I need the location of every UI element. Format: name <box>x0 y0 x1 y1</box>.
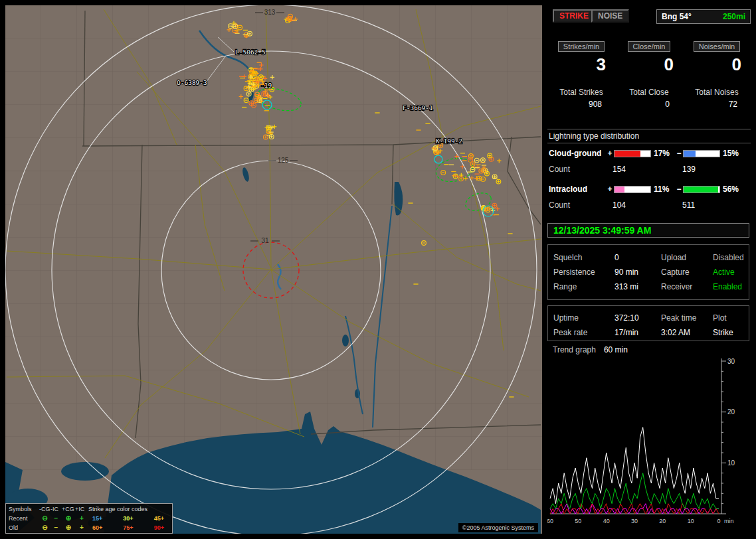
ic-negative-count: 511 <box>682 200 749 210</box>
settings-row: Range 313 mi Receiver Enabled <box>553 279 743 294</box>
count-label: Count <box>549 200 613 210</box>
upload-label: Upload <box>661 253 713 262</box>
svg-text:K-199-2: K-199-2 <box>436 137 462 145</box>
total-strikes-label: Total Strikes <box>547 88 615 97</box>
cloud-ground-label: Cloud-ground <box>549 149 606 158</box>
total-strikes-value: 908 <box>547 100 615 109</box>
svg-text:30: 30 <box>631 518 638 524</box>
legend-symbol: ⊖ <box>39 523 50 532</box>
distribution-title: Lightning type distribution <box>547 129 751 143</box>
legend-row-label: Old <box>9 523 39 532</box>
legend-symbol: ⊕ <box>62 523 75 532</box>
svg-text:10: 10 <box>727 459 735 467</box>
svg-text:O-6389-3: O-6389-3 <box>177 79 207 86</box>
session-stats-box: Uptime 372:10 Peak time Plot Peak rate 1… <box>547 305 749 341</box>
legend-symbol: ⊖ <box>39 514 50 523</box>
receiver-status: Enabled <box>713 282 743 291</box>
ic-negative-bar <box>683 186 720 193</box>
peak-time-label: Peak time <box>661 313 713 323</box>
app-window: 31312531 L-5062-5O-6389-3-19F-3669-1K-19… <box>0 0 756 539</box>
total-noises-value: 72 <box>683 100 751 109</box>
ic-negative-percent: 56% <box>720 185 747 194</box>
svg-text:313: 313 <box>264 9 276 16</box>
plot-label: Plot <box>713 313 743 323</box>
cg-negative-percent: 15% <box>720 149 747 158</box>
settings-row: Persistence 90 min Capture Active <box>553 265 743 279</box>
map-legend: Symbols -CG -IC +CG +IC Strike age color… <box>5 503 173 534</box>
svg-text:0: 0 <box>717 518 720 524</box>
svg-text:20: 20 <box>727 408 735 416</box>
legend-symbol: − <box>50 523 62 532</box>
trend-window-value: 60 min <box>604 345 628 354</box>
totals-value-row: 908 0 72 <box>547 100 751 109</box>
bearing-value: Bng 54° <box>662 12 692 21</box>
strikes-per-min-value: 3 <box>547 54 615 75</box>
svg-text:50: 50 <box>575 518 581 524</box>
total-noises-label: Total Noises <box>683 88 751 97</box>
svg-text:F-3669-1: F-3669-1 <box>403 104 433 112</box>
intracloud-label: Intracloud <box>549 185 606 194</box>
strikes-per-min-button[interactable]: Strikes/min <box>558 41 605 52</box>
intracloud-row: Intracloud + 11% − 56% <box>549 185 749 194</box>
trend-graph: 1020306050403020100min <box>547 356 751 531</box>
count-label: Count <box>549 165 613 174</box>
intracloud-count-row: Count 104 511 <box>549 200 749 210</box>
minus-sign: − <box>675 149 683 158</box>
persistence-value: 90 min <box>614 268 661 277</box>
cg-negative-count: 139 <box>682 165 749 174</box>
noises-per-min-button[interactable]: Noises/min <box>694 41 740 52</box>
legend-symbol: + <box>75 514 88 523</box>
bearing-range-display: Bng 54° 250mi <box>656 9 751 24</box>
trend-header: Trend graph 60 min <box>553 345 628 354</box>
cg-positive-count: 154 <box>613 165 682 174</box>
cg-negative-bar <box>683 150 720 157</box>
capture-status: Active <box>713 268 743 277</box>
peak-time-value: 3:02 AM <box>661 328 713 337</box>
trend-graph-label: Trend graph <box>553 345 596 354</box>
close-per-min-value: 0 <box>615 54 683 75</box>
legend-symbol: + <box>75 523 88 532</box>
ic-positive-bar <box>614 186 651 193</box>
legend-age-value: 30+ <box>123 514 133 523</box>
peak-rate-value: 17/min <box>614 328 661 337</box>
cg-positive-bar <box>614 150 651 157</box>
legend-age-title: Strike age color codes <box>88 504 169 514</box>
total-close-label: Total Close <box>615 88 683 97</box>
panel-top-row: STRIKE NOISE Bng 54° 250mi <box>547 9 751 25</box>
legend-symbol: ⊕ <box>62 514 75 523</box>
legend-col-pos-cg: +CG <box>62 504 75 514</box>
legend-col-neg-ic: -IC <box>50 504 62 514</box>
capture-label: Capture <box>661 268 713 277</box>
svg-text:-19: -19 <box>260 82 272 89</box>
noise-toggle-button[interactable]: NOISE <box>591 9 629 23</box>
upload-status: Disabled <box>713 253 744 262</box>
noises-per-min-value: 0 <box>683 54 751 75</box>
svg-text:10: 10 <box>688 518 694 524</box>
svg-text:30: 30 <box>727 358 735 365</box>
session-row: Peak rate 17/min 3:02 AM Strike <box>553 325 743 340</box>
rate-header-row: Strikes/min Close/min Noises/min <box>547 41 751 52</box>
legend-age-value: 75+ <box>123 523 133 532</box>
ic-positive-percent: 11% <box>651 185 675 194</box>
rate-values-row: 3 0 0 <box>547 54 751 75</box>
legend-age-codes: 15+30+45+ <box>88 514 169 523</box>
settings-row: Squelch 0 Upload Disabled <box>553 250 743 265</box>
svg-text:L-5062-5: L-5062-5 <box>235 48 266 56</box>
map-panel[interactable]: 31312531 L-5062-5O-6389-3-19F-3669-1K-19… <box>5 5 542 534</box>
map-canvas[interactable]: 31312531 L-5062-5O-6389-3-19F-3669-1K-19… <box>5 5 542 534</box>
legend-col-pos-ic: +IC <box>75 504 88 514</box>
county-grid <box>5 5 542 470</box>
plus-sign: + <box>606 185 614 194</box>
strike-toggle-button[interactable]: STRIKE <box>553 9 595 23</box>
legend-age-value: 60+ <box>92 523 102 532</box>
datetime-display: 12/13/2025 3:49:59 AM <box>547 223 749 238</box>
persistence-label: Persistence <box>553 268 614 277</box>
range-setting-value: 313 mi <box>614 282 661 291</box>
close-per-min-button[interactable]: Close/min <box>628 41 671 52</box>
cg-positive-percent: 17% <box>651 149 675 158</box>
control-panel: STRIKE NOISE Bng 54° 250mi Strikes/min C… <box>547 5 751 534</box>
plot-mode-value: Strike <box>713 328 743 337</box>
squelch-label: Squelch <box>553 253 614 262</box>
peak-rate-label: Peak rate <box>553 328 614 337</box>
legend-col-neg-cg: -CG <box>39 504 50 514</box>
